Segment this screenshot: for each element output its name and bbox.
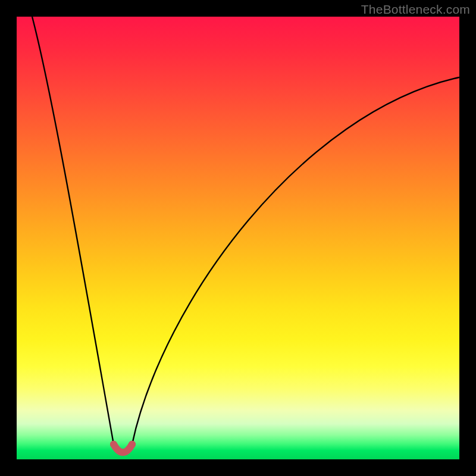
chart-stage: TheBottleneck.com [0,0,476,476]
valley-marker-right-dot [129,441,136,448]
watermark-text: TheBottleneck.com [361,2,470,17]
left-branch [32,17,114,444]
valley-marker-left-dot [110,441,117,448]
curve-layer [17,17,459,459]
plot-area [17,17,459,459]
right-branch [132,77,459,444]
